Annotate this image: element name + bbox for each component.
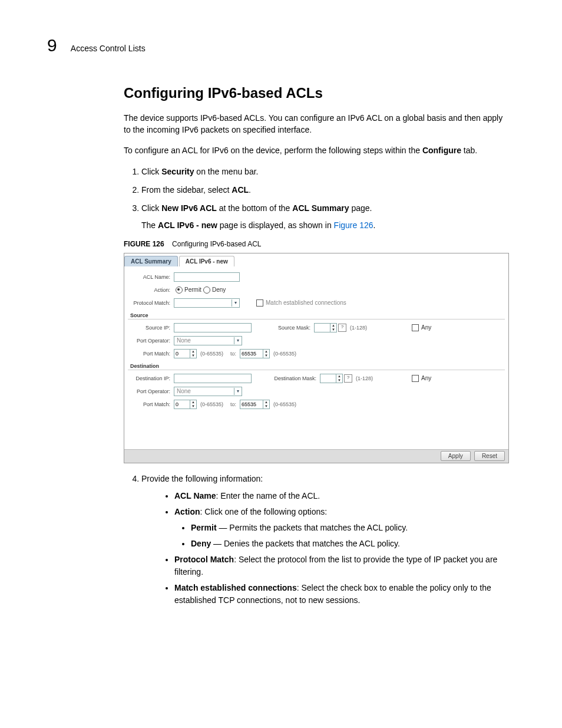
source-ip-input[interactable] (174, 323, 252, 332)
figure-caption: FIGURE 126 Configuring IPv6-based ACL (124, 240, 509, 248)
deny-radio[interactable] (203, 286, 210, 294)
form-footer: Apply Reset (124, 449, 508, 463)
destination-mask-spinner[interactable]: ▲▼ (320, 374, 343, 383)
acl-name-label: ACL Name: (128, 274, 174, 280)
chevron-down-icon: ▾ (234, 388, 242, 395)
source-any-label: Any (421, 324, 431, 331)
deny-label: Deny (212, 286, 226, 293)
acl-form: ACL Name: Action: Permit Deny Protocol M… (124, 266, 508, 449)
bullet-match-established: Match established connections: Select th… (174, 582, 509, 607)
tab-bar: ACL Summary ACL IPv6 - new (124, 253, 508, 266)
step-4-bullets: ACL Name: Enter the name of the ACL. Act… (141, 490, 509, 607)
help-icon[interactable]: ? (338, 324, 346, 332)
destination-port-match-label: Port Match: (128, 401, 174, 407)
source-port-low-spinner[interactable]: ▲▼ (174, 349, 197, 358)
step-4: Provide the following information: ACL N… (141, 472, 509, 607)
source-mask-range: (1-128) (350, 325, 367, 331)
step-2: From the sidebar, select ACL. (141, 183, 509, 197)
chevron-down-icon: ▾ (232, 299, 239, 307)
procedure-steps-continued: Provide the following information: ACL N… (124, 472, 509, 607)
destination-group-header: Destination (128, 362, 505, 370)
source-port-high-spinner[interactable]: ▲▼ (240, 349, 270, 358)
source-group-header: Source (128, 311, 505, 319)
source-port-operator-select[interactable]: None▾ (174, 336, 242, 345)
protocol-match-label: Protocol Match: (128, 300, 174, 306)
page-header: 9 Access Control Lists (47, 35, 515, 55)
figure-label: FIGURE 126 (124, 240, 164, 248)
page: 9 Access Control Lists Configuring IPv6-… (0, 0, 562, 728)
intro-paragraph-2: To configure an ACL for IPv6 on the devi… (124, 144, 509, 156)
source-port-match-label: Port Match: (128, 351, 174, 357)
destination-ip-label: Destination IP: (128, 375, 174, 381)
step-3-note: The ACL IPv6 - new page is displayed, as… (141, 219, 509, 231)
reset-button[interactable]: Reset (474, 451, 505, 461)
destination-mask-range: (1-128) (356, 375, 373, 381)
destination-any-label: Any (421, 375, 431, 381)
destination-ip-input[interactable] (174, 374, 252, 383)
intro-paragraph-1: The device supports IPv6-based ACLs. You… (124, 112, 509, 136)
tab-acl-summary[interactable]: ACL Summary (124, 256, 178, 266)
chapter-title: Access Control Lists (71, 44, 146, 53)
content: Configuring IPv6-based ACLs The device s… (124, 85, 509, 607)
destination-mask-label: Destination Mask: (269, 375, 320, 381)
source-any-checkbox[interactable] (412, 324, 419, 331)
action-label: Action: (128, 287, 174, 293)
figure-126-link[interactable]: Figure 126 (334, 220, 373, 230)
step-3: Click New IPv6 ACL at the bottom of the … (141, 201, 509, 231)
permit-radio[interactable] (176, 286, 183, 294)
match-established-checkbox[interactable] (256, 299, 263, 307)
chapter-number: 9 (47, 35, 57, 55)
tab-acl-ipv6-new[interactable]: ACL IPv6 - new (179, 256, 234, 266)
section-heading: Configuring IPv6-based ACLs (124, 85, 509, 101)
apply-button[interactable]: Apply (441, 451, 471, 461)
acl-ipv6-new-screenshot: ACL Summary ACL IPv6 - new ACL Name: Act… (124, 253, 509, 463)
source-port-operator-label: Port Operator: (128, 338, 174, 344)
source-port-high-range: (0-65535) (273, 351, 296, 357)
protocol-match-select[interactable]: ▾ (174, 298, 240, 308)
source-ip-label: Source IP: (128, 325, 174, 331)
destination-port-low-range: (0-65535) (200, 401, 223, 407)
help-icon[interactable]: ? (344, 374, 352, 383)
procedure-steps: Click Security on the menu bar. From the… (124, 164, 509, 232)
destination-port-low-spinner[interactable]: ▲▼ (174, 400, 197, 409)
destination-port-high-spinner[interactable]: ▲▼ (240, 400, 270, 409)
configure-term: Configure (422, 146, 461, 155)
bullet-action: Action: Click one of the following optio… (174, 506, 509, 550)
bullet-deny: Deny — Denies the packets that matches t… (191, 538, 509, 550)
destination-port-operator-label: Port Operator: (128, 388, 174, 394)
destination-any-checkbox[interactable] (412, 375, 419, 382)
acl-name-input[interactable] (174, 272, 240, 282)
source-port-low-range: (0-65535) (200, 351, 223, 357)
source-mask-label: Source Mask: (269, 325, 314, 331)
permit-label: Permit (184, 286, 201, 293)
to-label: to: (230, 401, 236, 407)
chevron-down-icon: ▾ (234, 337, 242, 344)
source-mask-spinner[interactable]: ▲▼ (314, 323, 337, 332)
destination-port-operator-select[interactable]: None▾ (174, 387, 242, 396)
to-label: to: (230, 351, 236, 357)
action-sub-bullets: Permit — Permits the packets that matche… (174, 522, 509, 550)
bullet-acl-name: ACL Name: Enter the name of the ACL. (174, 490, 509, 502)
bullet-protocol-match: Protocol Match: Select the protocol from… (174, 554, 509, 578)
destination-port-high-range: (0-65535) (273, 401, 296, 407)
match-established-label: Match established connections (266, 299, 346, 306)
bullet-permit: Permit — Permits the packets that matche… (191, 522, 509, 534)
step-1: Click Security on the menu bar. (141, 164, 509, 179)
figure-title: Configuring IPv6-based ACL (172, 240, 261, 248)
